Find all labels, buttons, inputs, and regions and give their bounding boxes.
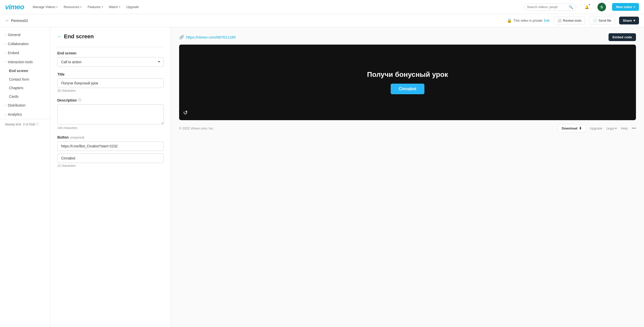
legal-link[interactable]: Legal ▾ (606, 126, 617, 130)
embed-code-button[interactable]: Embed code (609, 33, 636, 41)
sidebar-subitem-contact-form[interactable]: Contact form (0, 75, 50, 84)
panel-header: ← End screen (57, 33, 164, 40)
watch-chevron-icon: ▾ (119, 6, 120, 8)
send-file-button[interactable]: 📄 Send file (589, 17, 615, 24)
collaboration-chevron-icon: › (5, 43, 6, 45)
search-box: 🔍 (524, 4, 576, 11)
description-char-count: 140 characters (57, 126, 164, 130)
back-button[interactable]: ← Perenos01 (5, 18, 28, 23)
description-textarea[interactable] (57, 104, 164, 124)
sidebar-footer: Weekly limit 0 of 5GB ⓘ (0, 119, 50, 129)
search-icon: 🔍 (569, 5, 573, 9)
video-url-link[interactable]: 🔗 https://vimeo.com/687611185 (179, 35, 236, 40)
video-cta-button[interactable]: Cinnabot (391, 84, 424, 94)
sidebar-item-analytics[interactable]: › Analytics (0, 110, 50, 119)
sidebar-item-interaction-tools[interactable]: › Interaction tools (0, 57, 50, 67)
end-screen-select[interactable]: Call to actionEmail captureNone (57, 57, 164, 67)
description-label: Description ⓘ (57, 98, 164, 102)
right-panel: 🔗 https://vimeo.com/687611185 Embed code… (171, 27, 644, 327)
resources-chevron-icon: ▾ (80, 6, 82, 8)
video-footer-links: Download ⬇ Upgrade Legal ▾ Help ••• (558, 124, 636, 132)
nav-resources[interactable]: Resources ▾ (61, 4, 84, 10)
help-link[interactable]: Help (621, 126, 628, 130)
weekly-limit-info-icon[interactable]: ⓘ (36, 122, 39, 126)
sidebar-subitem-end-screen[interactable]: End screen (0, 67, 50, 75)
lock-icon: 🔒 (507, 18, 512, 23)
download-button[interactable]: Download ⬇ (558, 124, 586, 132)
replay-icon: ↺ (183, 110, 188, 116)
review-icon: ⬜ (557, 19, 561, 22)
avatar[interactable]: S (597, 3, 606, 11)
download-icon: ⬇ (579, 126, 582, 130)
new-video-chevron-icon: ▾ (634, 6, 635, 8)
sidebar-item-collaboration[interactable]: › Collaboration (0, 39, 50, 48)
main-layout: › General › Collaboration › Embed › Inte… (0, 27, 644, 327)
link-icon: 🔗 (179, 35, 184, 40)
sidebar-item-distribution[interactable]: › Distribution (0, 101, 50, 110)
sidebar: › General › Collaboration › Embed › Inte… (0, 27, 50, 327)
description-info-icon[interactable]: ⓘ (78, 98, 81, 102)
send-file-icon: 📄 (593, 19, 597, 22)
search-input[interactable] (527, 5, 567, 9)
topnav: vimeo Manage Videos ▾ Resources ▾ Featur… (0, 0, 644, 14)
privacy-badge: 🔒 This video is private Edit (507, 18, 549, 23)
description-section: Description ⓘ 140 characters (57, 98, 164, 130)
nav-features[interactable]: Features ▾ (85, 4, 105, 10)
upgrade-link[interactable]: Upgrade (590, 126, 602, 130)
video-footer: © 2022 Vimeo.com, Inc. Download ⬇ Upgrad… (179, 124, 636, 132)
panel-back-arrow-icon[interactable]: ← (57, 34, 62, 39)
panel-divider (57, 47, 164, 47)
title-label: Title (57, 72, 164, 76)
button-text-char-count: 12 characters (57, 164, 164, 168)
sidebar-item-embed[interactable]: › Embed (0, 48, 50, 57)
notification-button[interactable]: 🔔 (582, 3, 591, 12)
video-preview: Получи бонусный урок Cinnabot ↺ (179, 45, 636, 120)
video-replay-button[interactable]: ↺ (183, 110, 188, 116)
review-tools-button[interactable]: ⬜ Review tools (554, 17, 585, 24)
back-arrow-icon: ← (5, 18, 10, 23)
title-char-count: 20 characters (57, 89, 164, 92)
nav-links: Manage Videos ▾ Resources ▾ Features ▾ W… (30, 4, 141, 10)
embed-chevron-icon: › (5, 52, 6, 54)
vimeo-logo[interactable]: vimeo (5, 3, 24, 11)
interaction-tools-chevron-icon: › (4, 61, 7, 62)
button-label: Button (required) (57, 135, 164, 139)
distribution-chevron-icon: › (5, 104, 6, 107)
video-copyright: © 2022 Vimeo.com, Inc. (179, 126, 214, 130)
end-screen-section: End screen Call to actionEmail captureNo… (57, 51, 164, 67)
share-chevron-icon: ▾ (633, 19, 635, 22)
sidebar-item-general[interactable]: › General (0, 30, 50, 39)
middle-panel: ← End screen End screen Call to actionEm… (50, 27, 171, 327)
general-chevron-icon: › (5, 34, 6, 36)
manage-videos-chevron-icon: ▾ (56, 6, 58, 8)
panel-title: End screen (64, 33, 94, 40)
title-section: Title 20 characters (57, 72, 164, 92)
sidebar-subitem-chapters[interactable]: Chapters (0, 84, 50, 92)
button-section: Button (required) 12 characters (57, 135, 164, 168)
nav-upgrade[interactable]: Upgrade (124, 4, 141, 10)
analytics-chevron-icon: › (5, 113, 6, 116)
notification-dot (588, 4, 590, 6)
features-chevron-icon: ▾ (102, 6, 103, 8)
video-preview-title: Получи бонусный урок (362, 71, 453, 79)
share-button[interactable]: Share ▾ (619, 17, 639, 24)
button-url-input[interactable] (57, 141, 164, 151)
privacy-edit-link[interactable]: Edit (544, 19, 549, 22)
more-options-icon[interactable]: ••• (632, 126, 636, 130)
legal-chevron-icon: ▾ (615, 126, 617, 130)
end-screen-label: End screen (57, 51, 164, 55)
button-text-input[interactable] (57, 153, 164, 163)
nav-watch[interactable]: Watch ▾ (106, 4, 123, 10)
new-video-button[interactable]: New video ▾ (612, 3, 639, 11)
bell-icon: 🔔 (585, 5, 589, 9)
sidebar-subitem-cards[interactable]: Cards (0, 92, 50, 101)
subheader: ← Perenos01 🔒 This video is private Edit… (0, 14, 644, 27)
title-input[interactable] (57, 78, 164, 88)
nav-manage-videos[interactable]: Manage Videos ▾ (30, 4, 60, 10)
video-url-row: 🔗 https://vimeo.com/687611185 Embed code (179, 33, 636, 41)
